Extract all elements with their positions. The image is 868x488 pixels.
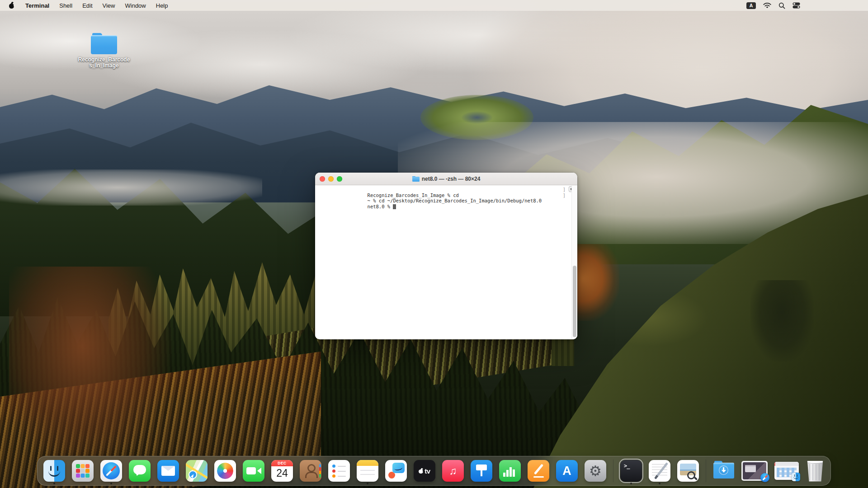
calendar-icon: DEC 24 [271, 460, 293, 482]
numbers-icon [499, 460, 521, 482]
notes-icon [357, 460, 378, 482]
dock-minimized-window-safari[interactable] [741, 461, 768, 481]
terminal-content[interactable]: Recognize_Barcodes_In_Image % cd ] ~ % c… [315, 185, 577, 339]
music-icon: ♫ [442, 460, 464, 482]
apple-tv-label: tv [425, 467, 430, 475]
close-button[interactable] [320, 176, 325, 182]
apple-logo-icon [419, 468, 424, 474]
dock-apple-tv[interactable]: tv [414, 460, 435, 482]
system-settings-gear-icon: ⚙ [585, 460, 606, 482]
dock-notes[interactable] [357, 460, 378, 482]
menu-bar: Terminal Shell Edit View Window Help A [0, 0, 868, 11]
dock-contacts[interactable] [300, 460, 321, 482]
scrollbar-thumb[interactable] [573, 266, 576, 337]
dock-launchpad[interactable] [72, 460, 94, 482]
desktop-folder-label: Recognize_Barcodes_In_Image [77, 57, 131, 69]
dock-maps[interactable] [186, 460, 208, 482]
terminal-window: net8.0 — -zsh — 80×24 Recognize_Barcodes… [315, 173, 577, 339]
dock-facetime[interactable] [243, 460, 264, 482]
wifi-icon[interactable] [763, 3, 771, 9]
preview-icon [677, 460, 699, 482]
screen: Terminal Shell Edit View Window Help A [0, 0, 868, 488]
terminal-line: ~ % cd ~/Desktop/Recognize_Barcodes_In_I… [344, 192, 577, 198]
menu-item-shell[interactable]: Shell [54, 1, 77, 10]
dock-keynote[interactable] [471, 460, 492, 482]
apple-tv-icon: tv [414, 460, 435, 482]
keynote-icon [471, 460, 492, 482]
contacts-icon [300, 460, 321, 482]
mail-icon [157, 460, 179, 482]
launchpad-icon [72, 460, 94, 482]
dock-minimized-window-finder[interactable] [774, 462, 799, 480]
pages-icon [528, 460, 549, 482]
dock-photos[interactable] [214, 460, 236, 482]
folder-icon [91, 33, 117, 55]
menu-app-name[interactable]: Terminal [20, 1, 54, 10]
dock-trash[interactable] [806, 460, 825, 482]
dock-pages[interactable] [528, 460, 549, 482]
safari-badge-icon [760, 473, 769, 482]
calendar-day-label: 24 [271, 466, 293, 481]
window-title-text: net8.0 — -zsh — 80×24 [422, 176, 481, 182]
dock-separator [706, 460, 706, 482]
facetime-icon [243, 460, 264, 482]
terminal-line: net8.0 % [344, 198, 577, 204]
dock-preview[interactable] [677, 460, 699, 482]
textedit-icon [649, 460, 670, 482]
dock-calendar[interactable]: DEC 24 [271, 460, 293, 482]
trash-icon [806, 460, 825, 482]
minimize-button[interactable] [328, 176, 334, 182]
dock-safari[interactable] [100, 460, 122, 482]
scrollbar-track[interactable] [571, 185, 577, 339]
downloads-folder-icon [713, 460, 735, 482]
proxy-folder-icon [412, 176, 420, 182]
window-titlebar[interactable]: net8.0 — -zsh — 80×24 [315, 173, 577, 185]
window-title: net8.0 — -zsh — 80×24 [412, 176, 481, 182]
dock: DEC 24 tv ♫ A ⚙ >_ [37, 456, 831, 486]
finder-icon [43, 460, 65, 482]
spotlight-search-icon[interactable] [778, 2, 785, 9]
dock-textedit[interactable] [649, 460, 670, 482]
menu-item-window[interactable]: Window [120, 1, 151, 10]
prompt-mark: ] [563, 187, 566, 192]
app-store-icon: A [556, 460, 578, 482]
dock-music[interactable]: ♫ [442, 460, 464, 482]
prompt-mark: ] [563, 192, 566, 198]
dock-separator [613, 460, 613, 482]
dock-downloads-folder[interactable] [713, 460, 735, 482]
dock-terminal[interactable]: >_ [620, 460, 642, 482]
terminal-icon: >_ [620, 460, 642, 482]
dock-app-store[interactable]: A [556, 460, 578, 482]
photos-icon [214, 460, 236, 482]
control-center-icon[interactable] [793, 2, 800, 9]
menu-item-view[interactable]: View [98, 1, 120, 10]
status-icon-cluster: A [746, 0, 800, 11]
download-arrow-icon [719, 465, 728, 475]
dock-reminders[interactable] [328, 460, 350, 482]
desktop-folder-recognize-barcodes[interactable]: Recognize_Barcodes_In_Image [77, 33, 131, 69]
input-source-icon[interactable]: A [746, 2, 756, 9]
maps-icon [186, 460, 208, 482]
terminal-prompt-glyph: >_ [624, 463, 629, 469]
dock-numbers[interactable] [499, 460, 521, 482]
calendar-month-label: DEC [271, 460, 293, 466]
zoom-button[interactable] [337, 176, 342, 182]
dock-freeform[interactable] [385, 460, 407, 482]
safari-icon [100, 460, 122, 482]
menu-item-help[interactable]: Help [151, 1, 173, 10]
messages-icon [129, 460, 151, 482]
terminal-line: Recognize_Barcodes_In_Image % cd ] [344, 187, 577, 192]
menu-item-edit[interactable]: Edit [77, 1, 97, 10]
dock-system-settings[interactable]: ⚙ [585, 460, 606, 482]
finder-badge-icon [792, 473, 800, 481]
reminders-icon [328, 460, 350, 482]
dock-messages[interactable] [129, 460, 151, 482]
terminal-cursor [393, 204, 396, 209]
apple-menu-icon[interactable] [9, 2, 15, 9]
dock-mail[interactable] [157, 460, 179, 482]
freeform-icon [385, 460, 407, 482]
dock-finder[interactable] [43, 460, 65, 482]
